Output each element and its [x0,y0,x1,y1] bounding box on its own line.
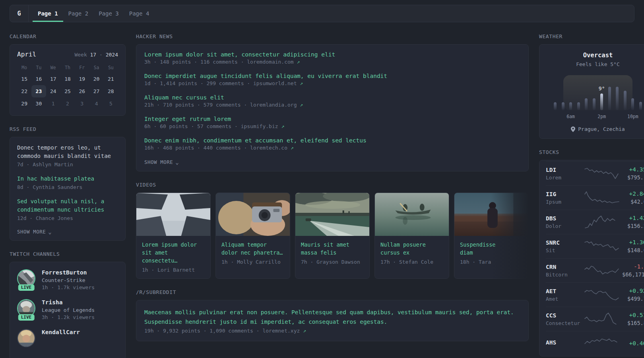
calendar-day[interactable]: 24 [46,85,60,97]
video-meta: 1h · Molly Carrillo [221,259,284,265]
calendar-day[interactable]: 15 [17,73,31,85]
weather-section-title: WEATHER [539,33,644,39]
stock-change-percent: +1.36% [622,239,644,245]
calendar-day[interactable]: 21 [104,73,118,85]
app-logo[interactable]: G [10,5,29,22]
nav-tab[interactable]: Page 3 [93,5,124,22]
stock-row[interactable]: LDI Lorem +4.35% $795.18 [546,161,644,185]
nav-tab[interactable]: Page 2 [63,5,94,22]
rss-show-more-button[interactable]: SHOW MORE⌄ [17,229,52,235]
calendar-day[interactable]: 16 [31,73,46,85]
video-title[interactable]: Mauris sit amet massa felis [301,241,364,257]
channel-game: League of Legends [42,307,95,313]
stock-row[interactable]: AET Amet +0.92% $499.72 [546,282,644,307]
calendar-day[interactable]: 2 [60,97,75,110]
avatar[interactable] [17,329,35,347]
rss-item-link[interactable]: Donec tempor eros leo, ut commodo mauris… [17,144,118,160]
stock-change-percent: -1.00% [622,263,644,270]
stock-sparkline [584,288,621,302]
hn-story-link[interactable]: Donec imperdiet augue tincidunt felis al… [144,73,387,79]
rss-item-link[interactable]: In hac habitasse platea [17,175,94,183]
video-thumbnail[interactable] [375,193,449,236]
rss-item-link[interactable]: Sed volutpat nulla nisl, a condimentum n… [17,197,118,214]
calendar-day[interactable]: 20 [89,73,103,85]
video-thumbnail[interactable] [216,193,290,236]
stock-symbol: AET [546,288,582,294]
stock-price: $66,171.48 [622,271,644,278]
stock-row[interactable]: DBS Dolor +1.42% $156.28 [546,210,644,234]
hn-story-link[interactable]: Lorem ipsum dolor sit amet, consectetur … [144,51,335,58]
subreddit-post-link[interactable]: Maecenas mollis pulvinar erat non posuer… [144,307,520,327]
nav-tab[interactable]: Page 4 [124,5,155,22]
stock-symbol: DBS [546,215,582,222]
calendar-day[interactable]: 27 [89,85,103,97]
stock-price: $42.04 [622,198,644,205]
weekday-label: Th [60,63,75,73]
stock-row[interactable]: CCS Consectetur +0.51% $165.84 [546,307,644,331]
weather-hour-column [593,86,596,110]
video-title[interactable]: Lorem ipsum dolor sit amet consectetu… [142,241,205,265]
weather-hour-column [616,86,619,110]
stock-symbol: SNRC [546,239,582,246]
calendar-day[interactable]: 19 [75,73,89,85]
weather-hour-bar [608,87,611,110]
calendar-weekday-row: MoTuWeThFrSaSu [17,63,118,73]
hn-show-more-button[interactable]: SHOW MORE⌄ [144,159,179,165]
stock-sparkline [584,166,621,181]
subreddit-post-meta: 19h · 9,932 points · 1,090 comments · lo… [144,328,520,334]
stock-row[interactable]: SNRC Sit +1.36% $148.64 [546,234,644,258]
stock-change-percent: +0.92% [622,288,644,294]
live-badge: LIVE [18,314,35,321]
calendar-day[interactable]: 29 [17,97,31,110]
video-title[interactable]: Nullam posuere cursus ex [380,241,443,257]
hn-story-link[interactable]: Donec enim nibh, condimentum et accumsan… [144,137,367,144]
weekday-label: Tu [31,63,46,73]
video-thumbnail[interactable] [295,193,369,236]
nav-tabs: Page 1 Page 2 Page 3 Page 4 [29,5,154,22]
stocks-section-title: STOCKS [539,149,644,155]
videos-row: Lorem ipsum dolor sit amet consectetu… 1… [136,193,529,279]
calendar-day[interactable]: 18 [60,73,75,85]
stock-company-name: Consectetur [546,320,582,326]
channel-name[interactable]: KendallCarr [42,329,80,335]
weekday-label: Mo [17,63,31,73]
video-thumbnail[interactable] [136,193,210,236]
calendar-day[interactable]: 30 [31,97,46,110]
calendar-day[interactable]: 5 [104,97,118,110]
weather-widget: Overcast Feels like 5°C [539,44,644,139]
hn-story-link[interactable]: Integer eget rutrum lorem [144,116,231,122]
stock-company-name: Bitcorn [546,272,582,278]
calendar-day[interactable]: 23 [31,85,46,97]
calendar-day[interactable]: 17 [46,73,60,85]
calendar-day[interactable]: 26 [75,85,89,97]
calendar-day[interactable]: 28 [104,85,118,97]
weekday-label: Sa [89,63,103,73]
chevron-down-icon: ⌄ [48,230,52,233]
calendar-day[interactable]: 3 [75,97,89,110]
rss-section: RSS FEED Donec tempor eros leo, ut commo… [10,126,126,241]
channel-name[interactable]: Trisha [42,299,95,305]
nav-tab[interactable]: Page 1 [33,5,63,22]
calendar-day[interactable]: 1 [46,97,60,110]
video-thumbnail[interactable] [454,193,528,236]
hn-story-link[interactable]: Aliquam nec cursus elit [144,94,224,101]
calendar-day[interactable]: 25 [60,85,75,97]
weather-location[interactable]: Prague, Czechia [547,126,644,132]
weekday-label: We [46,63,60,73]
channel-game: Counter-Strike [42,277,95,283]
rss-item: Sed volutpat nulla nisl, a condimentum n… [17,197,118,221]
stock-row[interactable]: AHS +0.46% [546,331,644,355]
stock-row[interactable]: IIG Ipsum +2.84% $42.04 [546,185,644,210]
video-title[interactable]: Suspendisse diam [460,241,498,257]
video-title[interactable]: Aliquam tempor dolor nec pharetra… [221,241,284,257]
calendar-day[interactable]: 22 [17,85,31,97]
stock-change-percent: +0.46% [622,340,644,346]
stock-row[interactable]: CRN Bitcorn -1.00% $66,171.48 [546,258,644,282]
weather-hour-label: 6am [566,114,575,119]
hackernews-section: HACKER NEWS Lorem ipsum dolor sit amet, … [136,33,529,171]
external-link-icon: ↗ [291,145,294,151]
stock-price: $165.84 [622,320,644,326]
channel-name[interactable]: ForrestBurton [42,269,95,276]
external-link-icon: ↗ [297,59,300,65]
calendar-day[interactable]: 4 [89,97,103,110]
